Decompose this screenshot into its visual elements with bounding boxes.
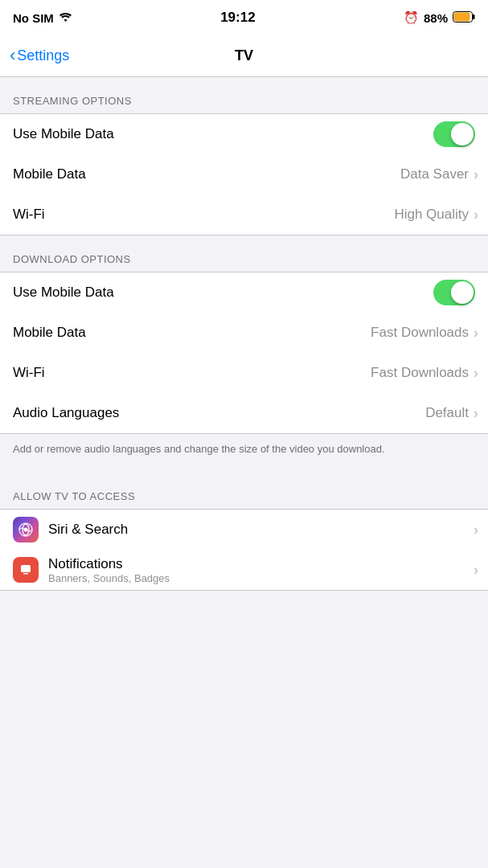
streaming-mobile-data-label: Mobile Data xyxy=(13,166,86,182)
nav-bar: ‹ Settings TV xyxy=(0,35,488,77)
download-wifi-chevron-icon: › xyxy=(474,365,478,382)
svg-rect-7 xyxy=(21,565,31,572)
back-label: Settings xyxy=(17,47,69,64)
audio-languages-label: Audio Languages xyxy=(13,405,119,421)
audio-languages-row[interactable]: Audio Languages Default › xyxy=(0,393,488,433)
notifications-row[interactable]: Notifications Banners, Sounds, Badges › xyxy=(0,550,488,590)
notifications-sub: Notifications Banners, Sounds, Badges xyxy=(48,556,170,584)
svg-rect-8 xyxy=(23,573,28,575)
download-wifi-row[interactable]: Wi-Fi Fast Downloads › xyxy=(0,353,488,393)
status-right: ⏰ 88% xyxy=(404,10,475,25)
streaming-mobile-data-row[interactable]: Mobile Data Data Saver › xyxy=(0,154,488,194)
streaming-wifi-right: High Quality › xyxy=(394,207,475,223)
siri-search-row[interactable]: Siri & Search › xyxy=(0,510,488,550)
streaming-mobile-data-toggle-label: Use Mobile Data xyxy=(13,126,114,142)
streaming-mobile-data-chevron-icon: › xyxy=(474,166,478,183)
notifications-icon xyxy=(13,557,39,583)
wifi-icon xyxy=(59,11,72,25)
streaming-mobile-data-right: Data Saver › xyxy=(400,166,475,183)
siri-search-right: › xyxy=(474,522,475,538)
download-options-group: Use Mobile Data Mobile Data Fast Downloa… xyxy=(0,272,488,434)
status-left: No SIM xyxy=(13,11,72,25)
download-mobile-data-value: Fast Downloads xyxy=(371,325,469,341)
download-wifi-label: Wi-Fi xyxy=(13,365,45,381)
toggle-knob xyxy=(451,123,474,145)
audio-languages-chevron-icon: › xyxy=(474,405,478,422)
download-mobile-data-label: Mobile Data xyxy=(13,325,86,341)
download-mobile-data-toggle-label: Use Mobile Data xyxy=(13,285,114,301)
streaming-options-group: Use Mobile Data Mobile Data Data Saver ›… xyxy=(0,113,488,235)
streaming-mobile-data-value: Data Saver xyxy=(400,166,469,182)
svg-rect-2 xyxy=(453,12,470,21)
download-wifi-value: Fast Downloads xyxy=(371,365,469,381)
audio-languages-value: Default xyxy=(425,405,469,421)
download-section: DOWNLOAD OPTIONS Use Mobile Data Mobile … xyxy=(0,235,488,473)
battery-label: 88% xyxy=(424,11,448,25)
download-mobile-data-row[interactable]: Mobile Data Fast Downloads › xyxy=(0,313,488,353)
notifications-label: Notifications xyxy=(48,556,170,572)
download-section-footer: Add or remove audio languages and change… xyxy=(0,434,488,473)
status-time: 19:12 xyxy=(220,10,255,26)
streaming-section-header: STREAMING OPTIONS xyxy=(0,77,488,113)
streaming-section: STREAMING OPTIONS Use Mobile Data Mobile… xyxy=(0,77,488,235)
streaming-wifi-label: Wi-Fi xyxy=(13,207,45,223)
audio-languages-right: Default › xyxy=(425,405,475,422)
alarm-icon: ⏰ xyxy=(404,10,419,25)
download-section-header: DOWNLOAD OPTIONS xyxy=(0,235,488,272)
download-mobile-data-chevron-icon: › xyxy=(474,325,478,342)
download-mobile-data-right: Fast Downloads › xyxy=(371,325,475,342)
access-group: Siri & Search › Notifications xyxy=(0,509,488,591)
toggle-knob-2 xyxy=(451,281,474,304)
siri-search-label: Siri & Search xyxy=(48,522,128,538)
siri-icon xyxy=(13,517,39,542)
siri-search-chevron-icon: › xyxy=(474,522,478,538)
streaming-wifi-value: High Quality xyxy=(394,207,469,223)
notifications-chevron-icon: › xyxy=(474,562,478,579)
access-section-header: ALLOW TV TO ACCESS xyxy=(0,473,488,509)
notifications-right: › xyxy=(474,562,475,579)
access-section: ALLOW TV TO ACCESS Siri & Search › xyxy=(0,473,488,591)
back-chevron-icon: ‹ xyxy=(10,47,15,64)
back-button[interactable]: ‹ Settings xyxy=(10,47,69,64)
download-mobile-data-toggle-row[interactable]: Use Mobile Data xyxy=(0,272,488,313)
status-bar: No SIM 19:12 ⏰ 88% xyxy=(0,0,488,35)
streaming-wifi-chevron-icon: › xyxy=(474,207,478,223)
siri-search-left: Siri & Search xyxy=(13,517,128,542)
battery-icon xyxy=(453,11,475,25)
download-mobile-data-toggle[interactable] xyxy=(433,280,475,305)
notifications-sublabel: Banners, Sounds, Badges xyxy=(48,572,170,584)
streaming-mobile-data-toggle[interactable] xyxy=(433,121,475,147)
svg-rect-1 xyxy=(472,14,474,19)
download-wifi-right: Fast Downloads › xyxy=(371,365,475,382)
streaming-mobile-data-toggle-row[interactable]: Use Mobile Data xyxy=(0,114,488,154)
streaming-wifi-row[interactable]: Wi-Fi High Quality › xyxy=(0,194,488,235)
notifications-left: Notifications Banners, Sounds, Badges xyxy=(13,556,170,584)
page-title: TV xyxy=(235,47,253,64)
carrier-label: No SIM xyxy=(13,11,54,25)
